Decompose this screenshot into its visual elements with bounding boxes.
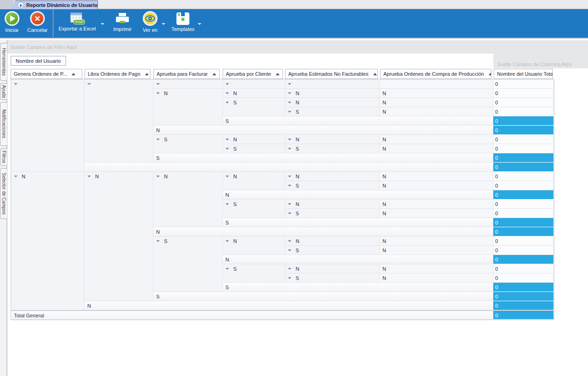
ver-en-button[interactable]: Ver en [139, 11, 161, 37]
pivot-group-cell[interactable]: N [285, 172, 380, 181]
collapse-triangle-icon[interactable] [225, 83, 229, 85]
pivot-column-header[interactable]: Genera Ordenes de P... [11, 69, 82, 79]
collapse-triangle-icon[interactable] [225, 102, 229, 103]
pivot-cell-value: N [382, 267, 386, 272]
app-icon [18, 2, 24, 8]
collapse-triangle-icon[interactable] [225, 176, 229, 177]
pivot-group-cell[interactable]: S [153, 135, 223, 153]
collapse-triangle-icon[interactable] [288, 203, 291, 205]
iniciar-button[interactable]: Iniciar [1, 11, 23, 37]
pivot-group-cell[interactable] [223, 79, 285, 89]
sidebar-tab-selector-de-campos[interactable]: Selector de Campos [0, 168, 7, 219]
dropdown-arrow-icon[interactable] [101, 23, 104, 25]
pivot-group-cell[interactable]: N [153, 172, 223, 227]
collapse-triangle-icon[interactable] [288, 102, 291, 103]
collapse-triangle-icon[interactable] [14, 176, 18, 177]
pivot-group-cell[interactable]: S [223, 200, 285, 218]
pivot-cell-value: S [225, 220, 229, 225]
dropdown-arrow-icon[interactable] [162, 23, 165, 25]
pivot-group-cell[interactable]: S [153, 237, 223, 292]
pivot-group-cell[interactable] [153, 79, 223, 89]
pivot-group-cell[interactable] [85, 79, 153, 163]
collapse-triangle-icon[interactable] [288, 111, 291, 113]
pivot-group-cell[interactable]: N [153, 89, 223, 126]
pivot-group-cell[interactable]: S [285, 181, 380, 190]
pivot-column-header[interactable]: Libra Ordenes de Pago [85, 69, 151, 79]
collapse-triangle-icon[interactable] [225, 240, 229, 242]
pivot-group-cell[interactable]: N [285, 98, 380, 107]
collapse-triangle-icon[interactable] [288, 92, 291, 94]
pivot-group-cell[interactable]: S [223, 264, 285, 283]
pivot-group-cell[interactable]: S [285, 273, 380, 283]
pivot-group-cell[interactable]: N [223, 135, 285, 144]
dropdown-arrow-icon[interactable] [198, 23, 201, 25]
pivot-column-header[interactable]: Aprueba Estimados No Facturables [285, 69, 378, 79]
collapse-triangle-icon[interactable] [225, 268, 229, 270]
document-tab[interactable]: Reporte Dinámico de Usuarios [10, 0, 98, 9]
pivot-column-header[interactable]: Aprueba por Cliente [223, 69, 283, 79]
sidebar-tab-herramientas[interactable]: Herramientas [0, 43, 7, 81]
collapse-triangle-icon[interactable] [288, 240, 291, 242]
pivot-group-cell[interactable] [285, 79, 380, 89]
collapse-triangle-icon[interactable] [288, 176, 291, 177]
collapse-triangle-icon[interactable] [288, 139, 291, 140]
pivot-group-cell[interactable]: N [223, 172, 285, 190]
pivot-total-cell: 0 [493, 264, 554, 273]
pivot-cell-value: N [225, 193, 229, 198]
collapse-triangle-icon[interactable] [87, 83, 91, 85]
pivot-group-cell[interactable]: N [285, 200, 380, 209]
column-drop-zone[interactable]: Suelte Campos de Columna Aquí [493, 40, 588, 68]
pivot-cell-value: N [296, 174, 299, 179]
sidebar-tab-notificaciones[interactable]: Notificaciones [0, 102, 7, 146]
pivot-column-header[interactable]: Aprueba para Facturar [153, 69, 220, 79]
pivot-group-cell[interactable]: N [285, 237, 380, 246]
collapse-triangle-icon[interactable] [225, 148, 229, 150]
collapse-triangle-icon[interactable] [156, 92, 160, 94]
templates-button[interactable]: Templates [169, 11, 197, 37]
pivot-total-cell: 0 [493, 301, 554, 310]
pivot-group-cell[interactable]: S [223, 98, 285, 116]
collapse-triangle-icon[interactable] [225, 203, 229, 205]
pivot-group-cell[interactable]: N [285, 264, 380, 273]
collapse-triangle-icon[interactable] [156, 176, 160, 177]
pivot-group-cell[interactable]: N [85, 172, 153, 301]
pivot-group-cell[interactable]: S [285, 144, 380, 153]
collapse-triangle-icon[interactable] [288, 83, 291, 85]
pivot-group-cell[interactable]: S [285, 246, 380, 255]
sidebar-tab-ayuda[interactable]: Ayuda [0, 83, 7, 100]
collapse-triangle-icon[interactable] [288, 148, 291, 150]
collapse-triangle-icon[interactable] [156, 139, 160, 140]
pivot-cell-value: S [225, 119, 229, 124]
row-field-chip-nombre-del-usuario[interactable]: Nombre del Usuario [11, 56, 66, 66]
pivot-group-cell[interactable]: N [285, 135, 380, 144]
pivot-group-cell[interactable]: N [11, 172, 85, 310]
collapse-triangle-icon[interactable] [87, 176, 91, 177]
collapse-triangle-icon[interactable] [225, 139, 229, 140]
pivot-column-header[interactable]: Aprueba Ordenes de Compra de Producción [380, 69, 491, 79]
cancelar-button[interactable]: Cancelar [23, 11, 52, 37]
pivot-group-cell[interactable]: S [285, 107, 380, 116]
pivot-cell-value: S [156, 156, 159, 161]
collapse-triangle-icon[interactable] [288, 212, 291, 214]
collapse-triangle-icon[interactable] [225, 92, 229, 94]
pivot-group-cell[interactable]: S [223, 144, 285, 153]
collapse-triangle-icon[interactable] [288, 185, 291, 187]
collapse-triangle-icon[interactable] [288, 249, 291, 251]
pivot-group-cell[interactable]: N [223, 89, 285, 98]
imprimir-button[interactable]: Imprimir [109, 11, 136, 37]
pivot-cell: N [380, 144, 493, 153]
collapse-triangle-icon[interactable] [14, 83, 18, 85]
collapse-triangle-icon[interactable] [156, 240, 160, 242]
exportar-a-excel-button[interactable]: Excel Exportar a Excel [55, 11, 100, 37]
pivot-group-cell[interactable] [11, 79, 85, 172]
sidebar-tab-filtros[interactable]: Filtros [0, 148, 7, 166]
collapse-triangle-icon[interactable] [288, 277, 291, 279]
pivot-group-cell[interactable]: N [285, 89, 380, 98]
pivot-group-cell[interactable]: S [285, 209, 380, 218]
collapse-triangle-icon[interactable] [156, 83, 160, 85]
pivot-group-cell[interactable]: N [223, 237, 285, 255]
pivot-column-header[interactable]: Nombre del Usuario Total [494, 69, 553, 79]
sort-asc-icon [276, 73, 279, 75]
collapse-triangle-icon[interactable] [288, 268, 291, 270]
sort-asc-icon [145, 73, 149, 75]
